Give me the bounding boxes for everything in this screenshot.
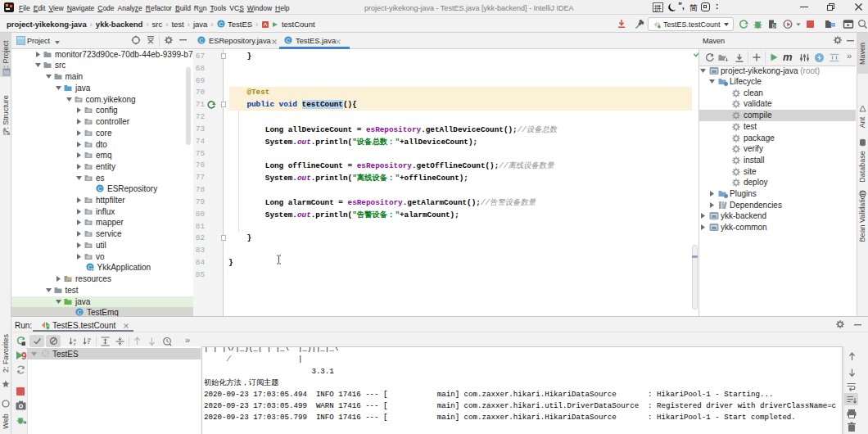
svg-text:m: m	[712, 214, 716, 219]
svg-text:9: 9	[21, 350, 27, 362]
svg-text:m: m	[712, 225, 716, 230]
svg-text:m: m	[712, 69, 716, 74]
svg-text:z: z	[74, 341, 76, 346]
